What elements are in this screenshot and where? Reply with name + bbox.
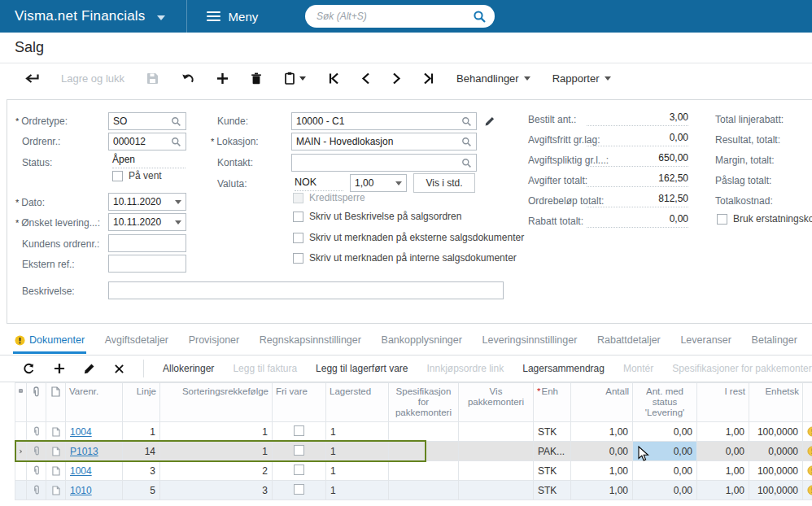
top-navbar: Visma.net Financials Meny [0,0,812,33]
tab-betalinger[interactable]: Betalinger [750,330,799,351]
search-input[interactable] [317,11,473,22]
undo-icon[interactable] [181,72,194,85]
valuta-rate-dropdown[interactable]: 1,00 [350,174,407,192]
lookup-icon[interactable] [461,137,472,147]
onsket-levering-field[interactable]: 10.11.2020 [108,213,186,231]
beskrivelse-field[interactable] [108,281,504,299]
ekstern-ref-field[interactable] [108,255,186,273]
col-ant-med-status[interactable]: Ant. med status 'Levering' [633,383,697,422]
col-i-rest[interactable]: I rest [697,383,749,422]
lokasjon-label: *Lokasjon: [211,136,259,147]
add-icon[interactable] [216,72,229,85]
fri-vare-checkbox[interactable] [294,445,304,456]
order-lines-grid: Varenr. Linje Sorteringsrekkefølge Fri v… [15,382,812,500]
checkbox-icon [293,212,303,222]
print-beskrivelse-checkbox[interactable]: Skriv ut Beskrivelse på salgsordren [293,211,461,222]
warning-icon [807,446,812,456]
dato-field[interactable]: 10.11.2020 [108,193,186,211]
kunde-field[interactable]: 10000 - C1 [291,112,477,130]
tab-regnskapsinnstillinger[interactable]: Regnskapsinnstillinger [258,330,363,351]
total2-label: Påslag totalt: [715,175,771,186]
print-eksterne-checkbox[interactable]: Skriv ut merknaden på eksterne salgsdoku… [293,232,524,243]
search-icon[interactable] [473,10,487,24]
tab-leveringsinnstillinger[interactable]: Leveringsinnstillinger [481,330,579,351]
kundens-ordrenr-field[interactable] [108,234,186,252]
vis-i-std-button[interactable]: Vis i std. [413,173,475,193]
warning-icon [15,335,25,346]
col-vis-pakkemontering[interactable]: Vis pakkemonteri [459,383,534,422]
app-brand[interactable]: Visma.net Financials [15,8,146,24]
back-icon[interactable] [24,72,39,85]
save-icon[interactable] [146,72,159,85]
valuta-code[interactable]: NOK [295,177,343,191]
col-spesifikasjon[interactable]: Spesifikasjon for pakkemonteri [389,383,459,422]
delete-icon[interactable] [251,72,262,85]
tab-leveranser[interactable]: Leveranser [679,330,733,351]
edit-pencil-icon[interactable] [484,116,495,127]
total-label: Avgifter totalt: [528,175,587,186]
behandlinger-menu[interactable]: Behandlinger [456,72,530,85]
total-value: 650,00 [587,152,688,167]
chevron-down-icon [605,76,611,81]
paperclip-icon [31,426,41,437]
col-linje[interactable]: Linje [123,383,160,422]
tab-provisjoner[interactable]: Provisjoner [187,330,242,351]
total-value: 0,00 [587,213,688,228]
checkbox-icon [717,214,727,225]
col-sorteringsrekkefolge[interactable]: Sorteringsrekkefølge [160,383,273,422]
table-row[interactable]: 1004 3 2 1 STK 1,00 0,00 1,00 100,0000 [15,461,812,481]
lookup-icon[interactable] [171,137,181,147]
kontakt-label: Kontakt: [217,157,253,168]
paste-caret-icon [299,76,306,81]
fri-vare-checkbox[interactable] [294,425,304,436]
lagersammendrag-button[interactable]: Lagersammendrag [522,363,605,374]
col-lagersted[interactable]: Lagersted [326,383,389,422]
col-antall[interactable]: Antall [571,383,633,422]
first-record-icon[interactable] [328,72,339,85]
legg-til-lagerfort-vare-button[interactable]: Legg til lagerført vare [316,363,408,374]
checkbox-icon [293,233,303,243]
col-fri-vare[interactable]: Fri vare [273,383,326,422]
print-interne-checkbox[interactable]: Skriv ut merknaden på interne salgsdokum… [293,252,517,264]
tab-avgiftsdetaljer[interactable]: Avgiftsdetaljer [103,330,170,351]
table-row[interactable]: 1010 5 3 1 STK 1,00 0,00 1,00 100,0000 [15,481,812,500]
erstatningskost-checkbox[interactable]: Bruk erstatningskostn [717,213,812,225]
save-close-button[interactable]: Lagre og lukk [61,72,124,85]
allokeringer-button[interactable]: Allokeringer [163,363,214,374]
lookup-icon[interactable] [171,116,181,127]
lookup-icon[interactable] [461,158,472,168]
next-record-icon[interactable] [392,72,401,85]
last-record-icon[interactable] [423,72,434,85]
status-label: Status: [22,157,52,168]
ordretype-field[interactable]: SO [108,112,186,130]
note-icon [50,486,61,495]
edit-row-icon[interactable] [84,363,95,374]
chevron-down-icon[interactable] [157,15,165,20]
menu-button[interactable]: Meny [207,9,259,24]
fri-vare-checkbox[interactable] [294,465,304,475]
delete-row-icon[interactable] [114,364,124,374]
ordrenr-field[interactable]: 000012 [108,133,186,150]
tab-bankopplysninger[interactable]: Bankopplysninger [380,330,464,351]
lookup-icon[interactable] [461,116,472,127]
tab-dokumenter[interactable]: Dokumenter [13,330,86,354]
col-enh[interactable]: *Enh [534,383,571,422]
fri-vare-checkbox[interactable] [294,484,304,495]
search-box[interactable] [305,5,495,28]
varenr-link: 1010 [70,485,92,496]
add-row-icon[interactable] [54,363,65,374]
active-cell[interactable]: 0,00 [633,442,697,461]
paste-icon[interactable] [284,72,306,85]
refresh-icon[interactable] [23,363,35,375]
prev-record-icon[interactable] [361,72,370,85]
col-varenr[interactable]: Varenr. [66,383,123,422]
kontakt-field[interactable] [291,154,477,172]
rapporter-menu[interactable]: Rapporter [552,72,611,85]
pa-vent-checkbox[interactable]: På vent [112,170,162,181]
tab-rabattdetaljer[interactable]: Rabattdetaljer [596,330,662,351]
lokasjon-field[interactable]: MAIN - Hovedlokasjon [291,133,477,150]
table-row-selected[interactable]: P1013 14 1 1 PAK... 0,00 0,00 0,00 0,000… [15,442,812,461]
col-enhetsk[interactable]: Enhetsk [749,383,803,422]
table-row[interactable]: 1004 1 1 1 STK 1,00 0,00 1,00 100,0000 [15,422,812,442]
paperclip-icon [31,446,41,456]
